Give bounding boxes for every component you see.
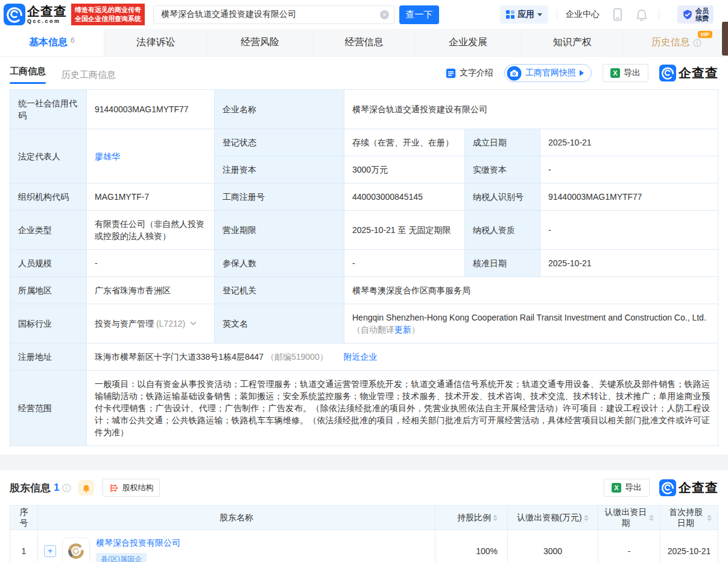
member-shield-icon	[682, 9, 693, 20]
legal-rep-label: 法定代表人	[10, 129, 87, 184]
industry-label: 国标行业	[10, 304, 87, 343]
col-ratio[interactable]: 持股比例	[435, 506, 508, 530]
camera-icon	[507, 66, 522, 81]
mobile-app-icon[interactable]	[612, 8, 624, 21]
card-bottom-padding	[0, 446, 728, 455]
section-gap	[0, 455, 728, 470]
biz-reg-no-label: 工商注册号	[215, 184, 344, 211]
sort-icon[interactable]	[584, 515, 589, 521]
legal-rep-link[interactable]: 廖雄华	[95, 152, 120, 161]
table-row: 注册地址 珠海市横琴新区十字门大道338号1栋4层8447 （邮编519000）…	[10, 343, 718, 371]
sort-icon[interactable]	[493, 515, 498, 521]
clear-search-icon[interactable]: ×	[380, 10, 389, 19]
sort-icon[interactable]	[649, 515, 654, 521]
search-box[interactable]: ×	[153, 5, 394, 24]
table-row: 法定代表人 廖雄华 登记状态 存续（在营、开业、在册） 成立日期 2025-10…	[10, 129, 718, 156]
member-renew-button[interactable]: 会员 续费	[677, 5, 714, 24]
chevron-down-icon[interactable]	[190, 321, 197, 326]
taxpayer-id-value: 91440003MAG1MYTF77	[540, 184, 718, 211]
header-right: 应用 企业中心	[500, 5, 714, 24]
reg-status-value: 存续（在营、开业、在册）	[344, 129, 465, 156]
region-value: 广东省珠海市香洲区	[87, 277, 215, 304]
top-header: 企查查 Qcc.com 缔造有远见的商业传奇 全国企业信用查询系统 × 查一下	[0, 0, 728, 29]
credit-code-label: 统一社会信用代码	[10, 90, 87, 129]
brand-name: 企查查	[27, 5, 67, 18]
qcc-watermark-logo: 企查查	[659, 65, 718, 81]
shareholder-row: 1 +	[10, 530, 718, 562]
shareholder-name-link[interactable]: 横琴深合投资有限公司	[96, 538, 180, 548]
col-no: 序号	[10, 506, 38, 530]
info-icon	[693, 39, 701, 47]
table-row: 经营范围 一般项目：以自有资金从事投资活动；工程管理服务；轨道交通运营管理系统开…	[10, 371, 718, 446]
qcc-logo[interactable]: 企查查 Qcc.com	[4, 4, 67, 25]
tab-operating-info[interactable]: 经营信息	[312, 29, 417, 56]
biz-reg-no-value: 440003000845145	[344, 184, 465, 211]
tab-company-development[interactable]: 企业发展	[416, 29, 521, 56]
org-chart-icon	[109, 484, 118, 493]
official-snapshot-button[interactable]: 工商官网快照	[504, 64, 592, 82]
tab-history-info[interactable]: VIP 历史信息	[624, 29, 728, 56]
col-date[interactable]: 认缴出资日期	[598, 506, 660, 530]
approval-date-label: 核准日期	[465, 250, 540, 277]
staff-size-value: -	[87, 250, 215, 277]
brand-domain: Qcc.com	[27, 19, 67, 24]
reg-authority-value: 横琴粤澳深度合作区商事服务局	[344, 277, 718, 304]
address-value: 珠海市横琴新区十字门大道338号1栋4层8447 （邮编519000） 附近企业	[87, 343, 718, 371]
nearby-companies-link[interactable]: 附近企业	[344, 352, 378, 362]
company-type-value: 有限责任公司（非自然人投资或控股的法人独资）	[87, 211, 215, 250]
subtab-history-business-info[interactable]: 历史工商信息	[62, 66, 116, 81]
address-postcode: （邮编519000）	[266, 352, 328, 362]
shareholders-export-button[interactable]: 导出	[604, 479, 650, 497]
english-name-value: Hengqin Shenzhen-Hong Kong Cooperation R…	[344, 304, 718, 343]
tab-operating-risk[interactable]: 经营风险	[208, 29, 312, 56]
expand-button[interactable]: +	[44, 545, 56, 557]
table-row: 统一社会信用代码 91440003MAG1MYTF77 企业名称 横琴深合轨道交…	[10, 90, 718, 129]
taxpayer-quality-value: -	[540, 211, 718, 250]
monitor-bell-button[interactable]	[78, 480, 94, 496]
row-date: -	[598, 530, 660, 562]
divider	[557, 10, 557, 19]
shareholders-header-right: 导出 企查查	[604, 479, 718, 497]
document-icon	[446, 68, 456, 78]
col-name: 股东名称	[38, 506, 435, 530]
sub-tab-row: 工商信息 历史工商信息 文字介绍 工商官网快照	[0, 57, 728, 89]
shareholders-title: 股东信息	[10, 481, 51, 495]
apps-label: 应用	[518, 9, 534, 20]
enterprise-center-link[interactable]: 企业中心	[566, 9, 600, 20]
tab-basic-info[interactable]: 基本信息6	[0, 29, 104, 56]
company-name-value: 横琴深合轨道交通投资建设有限公司	[344, 90, 718, 129]
table-row: 企业类型 有限责任公司（非自然人投资或控股的法人独资） 营业期限 2025-10…	[10, 211, 718, 250]
tab-legal-litigation[interactable]: 法律诉讼	[104, 29, 209, 56]
bell-icon	[82, 484, 90, 493]
text-intro-button[interactable]: 文字介绍	[446, 68, 493, 78]
business-scope-value: 一般项目：以自有资金从事投资活动；工程管理服务；轨道交通运营管理系统开发；轨道交…	[87, 371, 718, 446]
paid-capital-value: -	[540, 156, 718, 184]
play-arrow-icon	[580, 70, 584, 76]
sort-icon[interactable]	[707, 515, 712, 521]
business-info-table: 统一社会信用代码 91440003MAG1MYTF77 企业名称 横琴深合轨道交…	[10, 89, 718, 446]
qcc-watermark-logo: 企查查	[659, 479, 718, 496]
search-input[interactable]	[161, 10, 380, 19]
english-name-label: 英文名	[215, 304, 344, 343]
reg-capital-value: 3000万元	[344, 156, 465, 184]
row-name-cell: + 横琴深合投资有限公司	[38, 530, 435, 562]
industry-value: 投资与资产管理 (L7212)	[87, 304, 215, 343]
insured-count-value: -	[344, 250, 465, 277]
paid-capital-label: 实缴资本	[465, 156, 540, 184]
equity-structure-button[interactable]: 股权结构	[103, 479, 160, 497]
insured-count-label: 参保人数	[215, 250, 344, 277]
toolbar: 文字介绍 工商官网快照 导出	[446, 64, 718, 82]
shareholders-section: 股东信息 1 股权结构	[0, 470, 728, 562]
subtab-business-info[interactable]: 工商信息	[10, 62, 46, 84]
tab-intellectual-property[interactable]: 知识产权	[521, 29, 625, 56]
grid-icon	[506, 10, 514, 19]
export-button[interactable]: 导出	[603, 64, 648, 82]
translate-update-link[interactable]: 更新	[394, 325, 411, 334]
notification-bell-icon[interactable]	[636, 8, 648, 21]
apps-menu[interactable]: 应用	[500, 5, 548, 24]
col-first-date[interactable]: 首次持股日期	[660, 506, 718, 530]
col-amount[interactable]: 认缴出资额(万元)	[508, 506, 598, 530]
search-button[interactable]: 查一下	[399, 5, 439, 24]
approval-date-value: 2025-10-21	[540, 250, 718, 277]
divider	[659, 10, 659, 19]
